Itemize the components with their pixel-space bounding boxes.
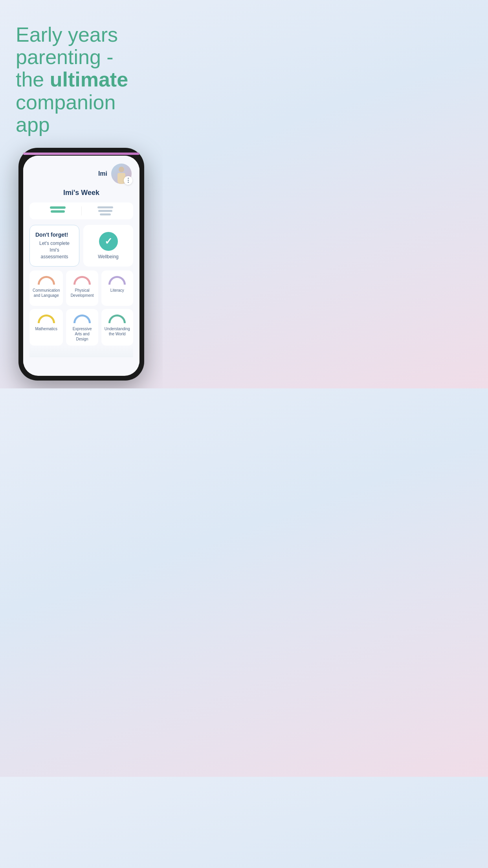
subjects-grid: Communication and Language Physical Deve… — [29, 270, 133, 346]
dot-3 — [128, 182, 129, 183]
phone-notch-bar — [23, 153, 139, 155]
subject-card-physical[interactable]: Physical Development — [66, 270, 98, 306]
wellbeing-card[interactable]: ✓ Wellbeing — [83, 225, 133, 267]
subject-card-understanding[interactable]: Understanding the World — [101, 309, 133, 346]
dot-2 — [128, 180, 129, 181]
arch-mathematics-icon — [38, 314, 55, 323]
subject-card-expressive[interactable]: Expressive Arts and Design — [66, 309, 98, 346]
subject-card-communication[interactable]: Communication and Language — [29, 270, 63, 306]
toggle-grid-view[interactable] — [34, 206, 81, 215]
subject-label-literacy: Literacy — [110, 288, 124, 293]
check-icon: ✓ — [105, 237, 112, 246]
app-header: Imi — [29, 164, 133, 184]
subject-label-understanding: Understanding the World — [105, 326, 130, 337]
hero-line5: app — [16, 113, 50, 136]
subject-card-mathematics[interactable]: Mathematics — [29, 309, 63, 346]
menu-dots-button[interactable] — [124, 176, 132, 185]
arch-understanding-icon — [108, 314, 126, 323]
view-toggle — [29, 202, 133, 219]
main-top-grid: Don't forget! Let's complete Imi's asses… — [29, 225, 133, 267]
phone-wrapper: Imi Imi's Week — [0, 148, 163, 388]
avatar-container[interactable] — [111, 164, 132, 184]
bottom-peek — [29, 346, 133, 357]
user-name-label: Imi — [98, 170, 107, 177]
subject-card-literacy[interactable]: Literacy — [101, 270, 133, 306]
dont-forget-title: Don't forget! — [35, 232, 73, 238]
app-content: Imi Imi's Week — [23, 156, 139, 364]
hero-line3-bold: ultimate — [50, 68, 128, 91]
toggle-bar-5 — [100, 213, 111, 215]
hero-line2: parenting - — [16, 46, 114, 68]
hero-section: Early years parenting - the ultimate com… — [0, 0, 163, 148]
phone-screen: Imi Imi's Week — [23, 156, 139, 376]
subject-label-physical: Physical Development — [69, 288, 95, 298]
dot-1 — [128, 178, 129, 179]
arch-communication-icon — [38, 276, 55, 285]
subject-label-expressive: Expressive Arts and Design — [69, 326, 95, 342]
hero-line1: Early years — [16, 23, 118, 46]
arch-physical-icon — [73, 276, 91, 285]
dont-forget-text: Let's complete Imi's assessments — [35, 240, 73, 260]
wellbeing-label: Wellbeing — [98, 254, 118, 259]
toggle-bar-2 — [51, 210, 65, 213]
arch-expressive-icon — [73, 314, 91, 323]
subject-label-mathematics: Mathematics — [35, 326, 57, 331]
dont-forget-card[interactable]: Don't forget! Let's complete Imi's asses… — [29, 225, 79, 267]
toggle-bar-3 — [97, 206, 113, 208]
phone-mockup: Imi Imi's Week — [18, 148, 144, 381]
wellbeing-check-circle: ✓ — [99, 232, 118, 251]
toggle-bar-4 — [98, 210, 112, 212]
hero-line4: companion — [16, 91, 116, 114]
week-title: Imi's Week — [29, 189, 133, 197]
hero-line3-normal: the — [16, 68, 50, 91]
toggle-bar-1 — [50, 206, 66, 209]
arch-literacy-icon — [108, 276, 126, 285]
subject-label-communication: Communication and Language — [33, 288, 60, 298]
toggle-list-view[interactable] — [81, 206, 128, 215]
hero-title: Early years parenting - the ultimate com… — [16, 24, 147, 136]
